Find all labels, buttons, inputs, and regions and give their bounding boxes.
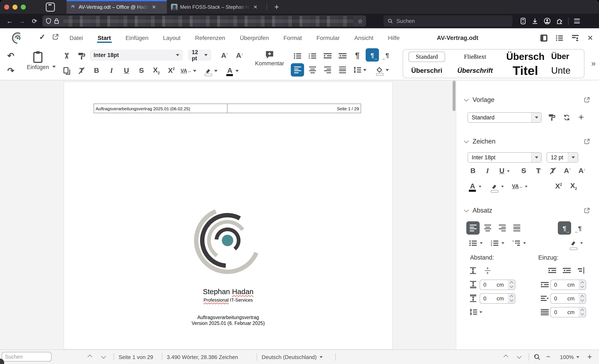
- spinner-steppers[interactable]: [508, 294, 515, 303]
- zoom-out-button[interactable]: −: [546, 350, 550, 364]
- paste-dropdown-caret[interactable]: [53, 66, 56, 68]
- cut-button[interactable]: ✂: [60, 49, 73, 62]
- reload-button[interactable]: ⟳: [28, 17, 41, 25]
- menu-ueberpruefen[interactable]: Überprüfen: [239, 30, 270, 45]
- font-color-button[interactable]: A: [224, 64, 242, 77]
- sidebar-align-left-button[interactable]: [466, 221, 480, 235]
- back-button[interactable]: ←: [3, 18, 16, 25]
- bullet-list-button[interactable]: [291, 49, 304, 62]
- toc-list-icon[interactable]: [556, 35, 563, 41]
- sidebar-paragraph-bg-button[interactable]: [567, 236, 586, 250]
- find-previous-button[interactable]: [88, 350, 91, 364]
- bullet-list-caret[interactable]: [480, 242, 483, 244]
- einzug-increase-button[interactable]: [545, 264, 559, 277]
- spinner-steppers[interactable]: [579, 307, 586, 317]
- numbered-list-button[interactable]: 1 2 3: [306, 49, 319, 62]
- indent-after-spinner[interactable]: 0cm: [550, 293, 586, 304]
- style-titel[interactable]: Titel: [500, 64, 551, 78]
- menu-ansicht[interactable]: Ansicht: [353, 30, 374, 45]
- menu-referenzen[interactable]: Referenzen: [194, 30, 226, 45]
- open-dialog-icon[interactable]: [584, 208, 590, 213]
- sidebar-toggle-icon[interactable]: [540, 34, 547, 41]
- font-name-caret[interactable]: [176, 54, 179, 56]
- paragraph-bg-caret[interactable]: [580, 242, 583, 244]
- increase-spacing-button[interactable]: [466, 264, 480, 277]
- paragraph-style-select[interactable]: Standard: [467, 112, 542, 123]
- align-right-button[interactable]: [321, 63, 334, 77]
- menu-formular[interactable]: Formular: [316, 30, 341, 45]
- space-above-spinner[interactable]: 0cm: [480, 280, 515, 290]
- new-style-button[interactable]: +: [574, 111, 588, 124]
- font-size-caret[interactable]: [204, 54, 208, 56]
- style-ueberschrift2[interactable]: Über: [551, 52, 584, 61]
- line-spacing-caret[interactable]: [479, 311, 482, 313]
- menu-einfuegen[interactable]: Einfügen: [124, 30, 149, 45]
- font-color-caret[interactable]: [235, 70, 238, 72]
- clear-formatting-button[interactable]: T: [75, 64, 88, 77]
- find-input[interactable]: [2, 352, 52, 362]
- vertical-scrollbar-thumb[interactable]: [453, 81, 456, 111]
- word-count-status[interactable]: 3.490 Wörter, 28.386 Zeichen: [167, 350, 238, 364]
- highlight-color-button[interactable]: [202, 64, 220, 77]
- char-spacing-button[interactable]: VA ↔: [180, 64, 197, 77]
- font-name-dropdown[interactable]: [531, 153, 541, 162]
- align-center-button[interactable]: [306, 63, 319, 77]
- menu-format[interactable]: Format: [283, 30, 303, 45]
- zoom-reset-button[interactable]: [534, 350, 540, 364]
- minimize-window-button[interactable]: [12, 4, 18, 9]
- account-icon[interactable]: [544, 18, 551, 25]
- browser-search-box[interactable]: [384, 15, 512, 27]
- line-spacing-button[interactable]: [351, 63, 369, 77]
- font-color-caret[interactable]: [479, 186, 482, 187]
- outline-list-caret[interactable]: [523, 242, 526, 244]
- shield-icon[interactable]: [46, 18, 51, 24]
- numbered-list-caret[interactable]: [501, 242, 504, 244]
- sidebar-font-color-button[interactable]: A: [466, 180, 485, 193]
- browser-search-input[interactable]: [396, 18, 508, 25]
- font-size-dropdown[interactable]: [568, 153, 578, 162]
- zoom-caret[interactable]: [577, 356, 580, 358]
- next-page-button[interactable]: [518, 350, 521, 364]
- sidebar-align-center-button[interactable]: [481, 221, 494, 235]
- underline-button[interactable]: U: [120, 64, 133, 77]
- extensions-icon[interactable]: [556, 18, 563, 24]
- title-page-text[interactable]: Stephan Hadan Professional IT-Services A…: [64, 287, 392, 326]
- redo-button[interactable]: ↷: [4, 64, 18, 77]
- new-tab-button[interactable]: +: [271, 2, 282, 12]
- sidebar-italic-button[interactable]: I: [481, 164, 494, 178]
- sidebar-font-size-combo[interactable]: 12 pt: [546, 152, 578, 163]
- section-vorlage-header[interactable]: Vorlage: [465, 96, 494, 104]
- collapse-chevron-icon[interactable]: [464, 208, 469, 212]
- pocket-device-icon[interactable]: [520, 18, 526, 25]
- style-ueberschrift4[interactable]: Überschrift: [450, 67, 500, 74]
- increase-indent-button[interactable]: [321, 49, 334, 62]
- tab-close-icon[interactable]: ✕: [152, 4, 156, 10]
- menu-start[interactable]: Start: [97, 30, 112, 45]
- sidebar-numbered-list-button[interactable]: 123: [488, 236, 507, 250]
- style-ueberschrift3[interactable]: Überschri: [403, 67, 450, 74]
- formatting-marks-button[interactable]: ¶: [351, 49, 364, 62]
- comment-button[interactable]: Kommentar: [253, 50, 286, 67]
- tab-close-icon[interactable]: ✕: [253, 4, 257, 10]
- document-page[interactable]: Auftragsverarbeitungsvertrag 2025.01 (06…: [64, 81, 393, 349]
- paste-button[interactable]: Einfügen: [22, 51, 54, 70]
- sidebar-underline-button[interactable]: U: [495, 164, 514, 178]
- tab-av-vertrag[interactable]: AV-Vertrag.odt – Office @ Hada ✕: [67, 0, 167, 14]
- style-standard[interactable]: Standard: [403, 51, 450, 62]
- highlight-caret[interactable]: [214, 70, 218, 72]
- page-count-status[interactable]: Seite 1 von 29: [119, 350, 153, 364]
- indent-before-spinner[interactable]: 0cm: [550, 280, 586, 290]
- accessibility-check-icon[interactable]: [572, 35, 579, 41]
- align-left-button[interactable]: [291, 63, 304, 77]
- spinner-steppers[interactable]: [579, 280, 586, 290]
- app-menu-icon[interactable]: [574, 19, 580, 24]
- rtl-paragraph-button[interactable]: ¶←: [381, 48, 394, 62]
- font-size-combo[interactable]: 12 pt: [188, 50, 211, 61]
- menu-datei[interactable]: Datei: [69, 30, 84, 45]
- download-icon[interactable]: [532, 18, 538, 24]
- subscript-button[interactable]: X2: [150, 64, 163, 77]
- clone-formatting-button[interactable]: [75, 49, 88, 62]
- open-in-new-icon[interactable]: [53, 34, 59, 40]
- language-status[interactable]: Deutsch (Deutschland): [262, 350, 323, 364]
- lock-icon[interactable]: [54, 18, 59, 24]
